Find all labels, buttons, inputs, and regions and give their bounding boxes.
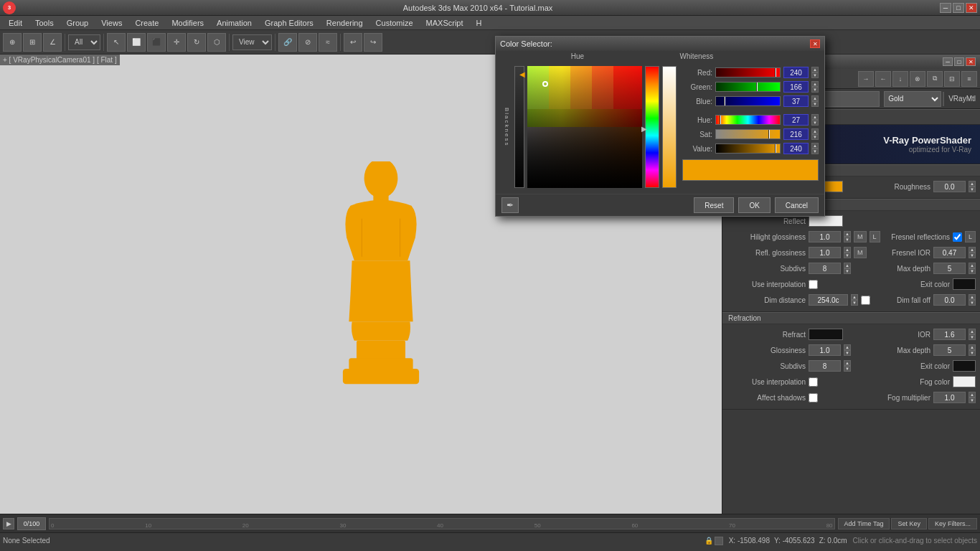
reference-coord-dropdown[interactable]: View — [232, 34, 272, 50]
menu-tools[interactable]: Tools — [29, 17, 60, 29]
refl-gloss-spinbox[interactable]: ▲ ▼ — [844, 247, 851, 258]
refraction-section-header[interactable]: Refraction — [722, 312, 980, 324]
menu-modifiers[interactable]: Modifiers — [166, 17, 209, 29]
red-down[interactable]: ▼ — [811, 72, 819, 78]
blackness-strip[interactable]: ◀ — [514, 66, 524, 188]
hue2-value[interactable]: 27 — [783, 114, 809, 126]
menu-rendering[interactable]: Rendering — [321, 17, 369, 29]
gloss-input[interactable] — [809, 344, 841, 356]
unlink-btn[interactable]: ⊘ — [298, 33, 317, 52]
refr-max-depth-input[interactable] — [933, 344, 966, 356]
red-spinbox[interactable]: ▲ ▼ — [811, 67, 819, 78]
rotate-btn[interactable]: ↻ — [187, 33, 206, 52]
hue2-down[interactable]: ▼ — [811, 120, 819, 126]
bind-btn[interactable]: ≈ — [319, 33, 337, 52]
reset-btn[interactable]: Reset — [694, 197, 734, 213]
eyedropper-btn[interactable]: ✒ — [501, 197, 519, 213]
hilight-gloss-spinbox[interactable]: ▲ ▼ — [844, 231, 851, 242]
app-close-btn[interactable]: ✕ — [966, 3, 977, 13]
refr-use-interp-checkbox[interactable] — [809, 377, 818, 387]
max-depth-input[interactable] — [933, 263, 966, 274]
blue-up[interactable]: ▲ — [811, 95, 819, 101]
sat-bar[interactable] — [715, 129, 781, 139]
refl-gloss-input[interactable] — [809, 247, 841, 258]
value-down[interactable]: ▼ — [811, 149, 819, 154]
fog-color-swatch[interactable] — [953, 376, 976, 387]
gloss-spinbox[interactable]: ▲ ▼ — [844, 344, 851, 356]
green-down[interactable]: ▼ — [811, 87, 819, 93]
green-up[interactable]: ▲ — [811, 81, 819, 87]
ior-input[interactable] — [933, 329, 966, 340]
snap-3d-btn[interactable]: ⊞ — [23, 33, 42, 52]
roughness-down[interactable]: ▼ — [969, 187, 976, 192]
app-maximize-btn[interactable]: □ — [953, 3, 964, 13]
sat-up[interactable]: ▲ — [811, 128, 819, 134]
fresnel-l-btn[interactable]: L — [965, 231, 976, 242]
refr-exit-swatch[interactable] — [953, 360, 976, 372]
menu-graph-editors[interactable]: Graph Editors — [259, 17, 319, 29]
red-bar[interactable] — [715, 67, 781, 77]
affect-shadows-checkbox[interactable] — [809, 393, 818, 402]
menu-help[interactable]: H — [471, 17, 488, 29]
refr-max-depth-spinbox[interactable]: ▲ ▼ — [969, 344, 976, 356]
hilight-gloss-input[interactable] — [809, 231, 841, 242]
subdivs-input[interactable] — [809, 263, 841, 274]
exit-color-swatch[interactable] — [953, 278, 976, 290]
refr-subdivs-input[interactable] — [809, 360, 841, 372]
mat-copy-btn[interactable]: ⧉ — [927, 71, 943, 87]
ok-btn[interactable]: OK — [738, 197, 770, 213]
mat-delete-btn[interactable]: ⊟ — [944, 71, 960, 87]
roughness-up[interactable]: ▲ — [969, 181, 976, 187]
hue2-up[interactable]: ▲ — [811, 114, 819, 120]
value-value[interactable]: 240 — [783, 143, 809, 154]
mat-maximize-btn[interactable]: □ — [954, 57, 964, 66]
roughness-spinbox[interactable]: ▲ ▼ — [969, 181, 976, 192]
green-spinbox[interactable]: ▲ ▼ — [811, 81, 819, 93]
value-up[interactable]: ▲ — [811, 143, 819, 149]
blue-bar[interactable] — [715, 96, 781, 106]
hilight-l-btn[interactable]: L — [870, 231, 880, 242]
dim-distance-input[interactable] — [809, 294, 848, 306]
fresnel-checkbox[interactable] — [953, 232, 962, 242]
menu-animation[interactable]: Animation — [211, 17, 258, 29]
hue2-spinbox[interactable]: ▲ ▼ — [811, 114, 819, 126]
menu-create[interactable]: Create — [129, 17, 164, 29]
fog-multiplier-spinbox[interactable]: ▲ ▼ — [969, 392, 976, 403]
blue-spinbox[interactable]: ▲ ▼ — [811, 95, 819, 107]
snap-2d-btn[interactable]: ⊕ — [3, 33, 22, 52]
blue-down[interactable]: ▼ — [811, 101, 819, 107]
play-btn[interactable]: ▶ — [3, 518, 14, 529]
mat-put-btn[interactable]: ↓ — [892, 71, 908, 87]
green-value[interactable]: 166 — [783, 81, 809, 93]
select-fence-btn[interactable]: ⬛ — [147, 33, 166, 52]
mat-get-btn[interactable]: ← — [875, 71, 891, 87]
timeline-scrubber[interactable]: 0 10 20 30 40 50 60 70 80 — [49, 518, 835, 529]
dim-falloff-input[interactable] — [933, 294, 966, 306]
use-interp-checkbox[interactable] — [809, 280, 818, 289]
sat-value[interactable]: 216 — [783, 128, 809, 140]
sat-down[interactable]: ▼ — [811, 134, 819, 140]
refr-subdivs-spinbox[interactable]: ▲ ▼ — [844, 360, 851, 372]
dim-falloff-spinbox[interactable]: ▲ ▼ — [969, 294, 976, 306]
cancel-btn[interactable]: Cancel — [775, 197, 819, 213]
mat-options-btn[interactable]: ≡ — [961, 71, 977, 87]
hue-strip[interactable]: ▶ — [645, 66, 659, 188]
undo-btn[interactable]: ↩ — [344, 33, 362, 52]
hue2-bar[interactable] — [715, 115, 781, 125]
frame-counter[interactable]: 0/100 — [17, 517, 46, 530]
menu-maxscript[interactable]: MAXScript — [420, 17, 469, 29]
green-bar[interactable] — [715, 82, 781, 92]
mat-assign-btn[interactable]: → — [858, 71, 874, 87]
value-spinbox[interactable]: ▲ ▼ — [811, 143, 819, 154]
red-value[interactable]: 240 — [783, 67, 809, 78]
value-bar[interactable] — [715, 143, 781, 154]
mat-type-dropdown[interactable]: Gold — [884, 91, 941, 107]
set-key-btn[interactable]: Set Key — [891, 518, 927, 529]
hilight-m-btn[interactable]: M — [854, 231, 867, 242]
move-btn[interactable]: ✛ — [167, 33, 186, 52]
reflect-swatch[interactable] — [809, 215, 843, 227]
menu-edit[interactable]: Edit — [3, 17, 28, 29]
blue-value[interactable]: 37 — [783, 95, 809, 107]
selection-filter-dropdown[interactable]: All — [68, 34, 100, 50]
red-up[interactable]: ▲ — [811, 67, 819, 72]
